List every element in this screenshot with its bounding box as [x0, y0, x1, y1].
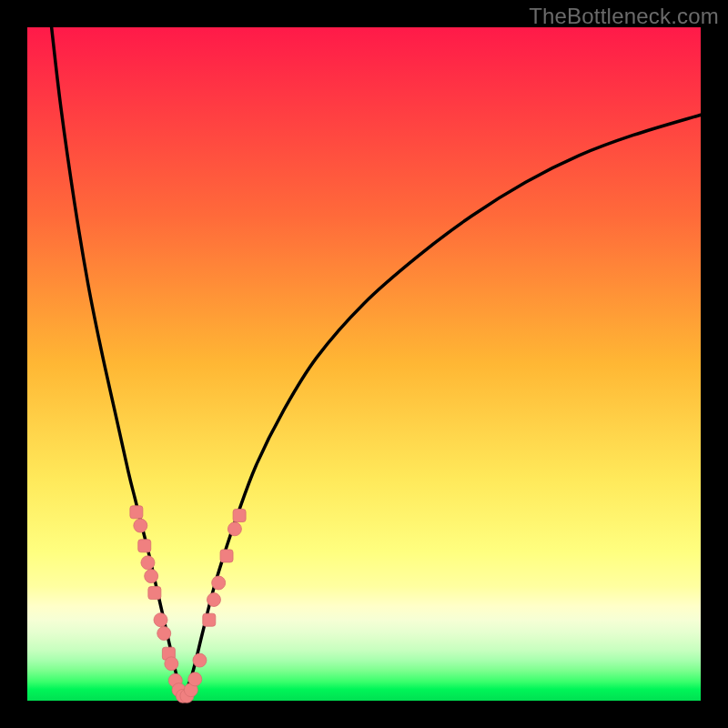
data-point: [193, 653, 207, 667]
data-point: [207, 593, 220, 607]
data-point: [141, 556, 155, 570]
chart-svg: [27, 27, 701, 701]
data-point: [145, 570, 158, 583]
marker-group: [130, 506, 246, 703]
data-point: [228, 522, 241, 536]
data-point: [212, 576, 226, 590]
data-point: [203, 613, 216, 626]
data-point: [134, 519, 147, 532]
data-point: [157, 627, 171, 641]
data-point: [154, 613, 167, 627]
curve-left-branch: [52, 27, 183, 700]
data-point: [233, 510, 246, 522]
data-point: [138, 540, 151, 552]
chart-frame: TheBottleneck.com: [0, 0, 728, 728]
curve-right-branch: [183, 115, 701, 699]
data-point: [148, 587, 161, 600]
data-point: [130, 506, 143, 519]
data-point: [188, 672, 202, 686]
plot-area: [27, 27, 701, 701]
watermark-text: TheBottleneck.com: [529, 4, 719, 29]
data-point: [220, 550, 233, 562]
data-point: [165, 657, 178, 671]
